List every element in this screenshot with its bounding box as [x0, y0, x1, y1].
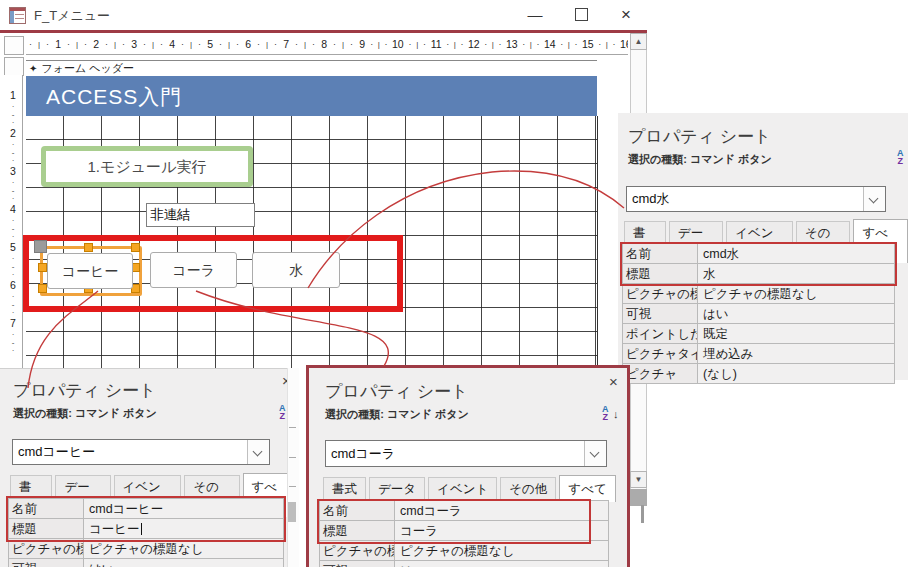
resize-mark — [641, 505, 644, 523]
form-selector-box[interactable] — [4, 57, 24, 76]
property-label: 可視 — [622, 304, 698, 323]
property-value[interactable]: はい — [84, 559, 284, 567]
resize-handle[interactable] — [38, 284, 47, 293]
property-value[interactable]: cmdコーラ — [395, 501, 609, 520]
property-grid: 名前cmdコーヒー標題コーヒーピクチャの標題ピクチャの標題なし可視はい — [8, 498, 284, 567]
h-ruler-unit: ·|·11 — [406, 34, 444, 54]
tab-書式[interactable]: 書式 — [323, 477, 366, 502]
scrollbar-mark — [289, 427, 296, 428]
chevron-down-icon — [590, 448, 600, 458]
scrollbar-mark — [289, 486, 296, 487]
property-label: ピクチャの標題 — [8, 539, 84, 558]
close-button[interactable]: × — [604, 0, 648, 30]
property-value[interactable]: はい — [698, 304, 895, 323]
unbound-textbox[interactable]: 非連結 — [146, 203, 255, 227]
tab-その他[interactable]: その他 — [500, 477, 556, 502]
h-ruler-unit: ·|·12 — [444, 34, 482, 54]
v-ruler-unit: 1·-· — [4, 88, 22, 126]
property-value[interactable]: コーラ — [395, 521, 609, 540]
resize-handle[interactable] — [84, 243, 93, 252]
property-value[interactable]: 既定 — [698, 324, 895, 343]
close-sheet-icon[interactable]: × — [609, 374, 618, 389]
chevron-down-icon — [253, 447, 263, 457]
sort-az-icon[interactable]: AZ — [897, 149, 904, 165]
sort-az-icon[interactable]: AZ — [279, 404, 286, 420]
sheet-selection-type: 選択の種類: コマンド ボタン — [628, 152, 772, 167]
h-ruler-unit: ·|·14 — [520, 34, 558, 54]
property-row: ピクチャ(なし) — [622, 364, 895, 384]
combo-dropdown-button[interactable] — [247, 440, 269, 464]
property-sheet-cola: プロパティ シート 選択の種類: コマンド ボタン × AZ ↓ cmdコーラ … — [306, 365, 630, 567]
property-value[interactable]: 水 — [698, 264, 895, 283]
property-value[interactable]: cmdコーヒー — [84, 499, 284, 518]
property-row: 名前cmdコーラ — [319, 501, 609, 521]
sheet-title: プロパティ シート — [628, 125, 772, 148]
property-row: 可視はい — [8, 559, 284, 567]
form-title-label: ACCESS入門 — [46, 83, 182, 111]
property-tabs: 書式データイベントその他すべて — [323, 475, 616, 502]
combo-value: cmdコーラ — [326, 445, 584, 463]
property-row: 標題水 — [622, 264, 895, 284]
move-handle[interactable] — [34, 240, 47, 253]
h-ruler-unit: ·|·10 — [368, 34, 406, 54]
property-row: ピクチャの標題ピクチャの標題なし — [622, 284, 895, 304]
scrollbar-thumb[interactable] — [288, 502, 296, 522]
window-title: F_Tメニュー — [34, 7, 110, 25]
h-ruler-unit: ·|·3 — [102, 34, 140, 54]
property-value[interactable]: cmd水 — [698, 244, 895, 263]
property-row: ピクチャタイプ埋め込み — [622, 344, 895, 364]
chevron-down-icon — [869, 194, 879, 204]
sheet-scrollbar[interactable] — [287, 368, 299, 567]
h-ruler-unit: ·|·8 — [292, 34, 330, 54]
tab-データ[interactable]: データ — [369, 477, 425, 502]
section-collapse-icon: ✦ — [29, 63, 37, 74]
sheet-title: プロパティ シート — [13, 379, 157, 402]
module-run-button[interactable]: 1.モジュール実行 — [41, 146, 253, 187]
property-row: 名前cmdコーヒー — [8, 499, 284, 519]
sheet-selection-type: 選択の種類: コマンド ボタン — [325, 407, 469, 422]
h-ruler-unit: ·|·4 — [140, 34, 178, 54]
property-value[interactable]: コーヒー — [84, 519, 284, 538]
property-value[interactable]: ピクチャの標題なし — [698, 284, 895, 303]
combo-dropdown-button[interactable] — [863, 187, 885, 211]
property-value[interactable]: はい — [395, 561, 609, 567]
property-label: 標題 — [622, 264, 698, 283]
property-row: ポイントしたとき既定 — [622, 324, 895, 344]
property-label: 標題 — [319, 521, 395, 540]
property-sheet-water: プロパティ シート 選択の種類: コマンド ボタン AZ cmd水 書式データイ… — [618, 113, 908, 380]
v-ruler-unit: 2·-· — [4, 126, 22, 164]
resize-handle[interactable] — [131, 243, 140, 252]
sheet-title: プロパティ シート — [325, 380, 469, 403]
titlebar-accent-line — [0, 30, 647, 33]
resize-handle[interactable] — [38, 263, 47, 272]
tab-イベント[interactable]: イベント — [428, 477, 497, 502]
scroll-down-button[interactable]: ▼ — [630, 471, 647, 488]
cola-button[interactable]: コーラ — [150, 252, 237, 288]
v-ruler-unit: 6·-· — [4, 278, 22, 316]
sort-az-icon[interactable]: AZ — [602, 405, 609, 421]
object-selector-combo[interactable]: cmd水 — [626, 186, 886, 212]
property-value[interactable]: ピクチャの標題なし — [395, 541, 609, 560]
coffee-button[interactable]: コーヒー — [47, 253, 133, 289]
tab-すべて[interactable]: すべて — [559, 475, 615, 502]
property-value[interactable]: 埋め込み — [698, 344, 895, 363]
property-row: ピクチャの標題ピクチャの標題なし — [319, 541, 609, 561]
property-row: 標題コーラ — [319, 521, 609, 541]
horizontal-ruler: ·|·1·|·2·|·3·|·4·|·5·|·6·|·7·|·8·|·9·|·1… — [26, 34, 628, 55]
scroll-up-button[interactable]: ▲ — [630, 33, 647, 50]
section-label: フォーム ヘッダー — [41, 62, 134, 74]
object-selector-combo[interactable]: cmdコーラ — [325, 440, 607, 467]
property-value[interactable]: (なし) — [698, 364, 895, 383]
minimize-button[interactable]: — — [513, 0, 557, 30]
property-value[interactable]: ピクチャの標題なし — [84, 539, 284, 558]
h-ruler-unit: ·|·1 — [26, 34, 64, 54]
v-ruler-unit: 5·-· — [4, 240, 22, 278]
property-label: 名前 — [8, 499, 84, 518]
form-header-section-bar[interactable]: ✦フォーム ヘッダー — [26, 60, 597, 77]
maximize-button[interactable] — [559, 0, 603, 30]
object-selector-combo[interactable]: cmdコーヒー — [12, 439, 270, 465]
combo-dropdown-button[interactable] — [584, 441, 606, 466]
h-ruler-unit: ·|·6 — [216, 34, 254, 54]
water-button[interactable]: 水 — [252, 252, 340, 288]
h-ruler-unit: ·|·5 — [178, 34, 216, 54]
